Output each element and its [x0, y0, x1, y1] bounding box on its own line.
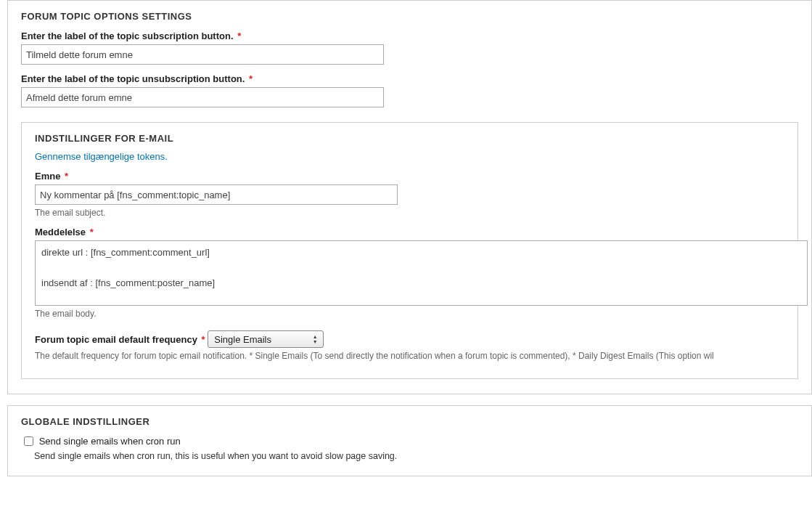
email-settings-fieldset: INDSTILLINGER FOR E-MAIL Gennemse tilgæn… — [21, 122, 798, 379]
email-frequency-item: Forum topic email default frequency * Si… — [35, 328, 784, 361]
email-message-desc: The email body. — [35, 309, 784, 319]
email-message-item: Meddelelse * The email body. — [35, 227, 784, 319]
email-settings-legend: INDSTILLINGER FOR E-MAIL — [35, 133, 784, 144]
subscription-label-text: Enter the label of the topic subscriptio… — [21, 31, 234, 41]
forum-topic-options-fieldset: FORUM TOPIC OPTIONS SETTINGS Enter the l… — [7, 0, 812, 394]
email-frequency-desc: The default frequency for forum topic em… — [35, 351, 784, 361]
email-subject-label: Emne — [35, 171, 60, 182]
email-subject-item: Emne * The email subject. — [35, 171, 784, 218]
required-mark: * — [249, 73, 253, 84]
forum-topic-options-legend: FORUM TOPIC OPTIONS SETTINGS — [21, 11, 798, 22]
email-frequency-label: Forum topic email default frequency — [35, 334, 197, 345]
required-mark: * — [90, 227, 94, 237]
email-subject-input[interactable] — [35, 184, 398, 205]
required-mark: * — [65, 171, 68, 182]
unsubscription-label-input[interactable] — [21, 87, 384, 107]
email-message-textarea[interactable] — [35, 240, 808, 306]
email-subject-desc: The email subject. — [35, 208, 784, 218]
unsubscription-label-item: Enter the label of the topic unsubscript… — [21, 73, 798, 107]
email-frequency-value: Single Emails — [214, 334, 310, 345]
cron-email-label[interactable]: Send single emails when cron run — [39, 436, 181, 447]
chevron-down-icon: ▲▼ — [310, 334, 320, 344]
global-settings-fieldset: GLOBALE INDSTILLINGER Send single emails… — [7, 405, 812, 476]
cron-email-item: Send single emails when cron run — [21, 434, 798, 448]
cron-email-desc: Send single emails when cron run, this i… — [34, 451, 798, 461]
unsubscription-label-text: Enter the label of the topic unsubscript… — [21, 73, 245, 84]
global-settings-legend: GLOBALE INDSTILLINGER — [21, 416, 798, 427]
subscription-label-item: Enter the label of the topic subscriptio… — [21, 31, 798, 65]
required-mark: * — [237, 31, 241, 41]
email-frequency-select[interactable]: Single Emails ▲▼ — [208, 330, 324, 348]
cron-email-checkbox[interactable] — [24, 436, 33, 446]
subscription-label-input[interactable] — [21, 44, 384, 65]
required-mark: * — [202, 334, 205, 345]
browse-tokens-link[interactable]: Gennemse tilgængelige tokens. — [35, 151, 168, 162]
email-message-label: Meddelelse — [35, 227, 86, 237]
